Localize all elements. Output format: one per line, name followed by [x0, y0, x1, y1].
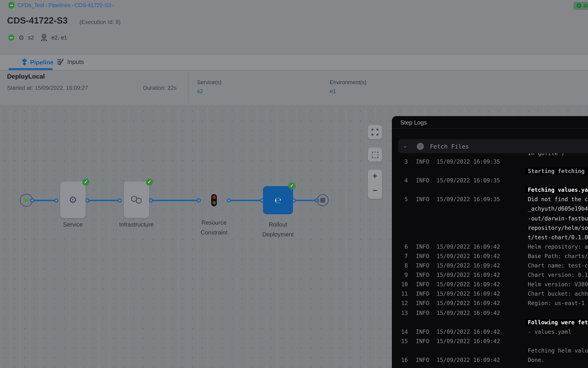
log-timestamp: 15/09/2022 16:09:42 — [436, 357, 500, 363]
log-line-number: 6 — [394, 243, 408, 250]
log-row: Fetching values.yaml from helm chart rep… — [392, 185, 588, 195]
environments-label: Environment(s) — [330, 79, 366, 85]
edge — [89, 200, 120, 201]
log-row: -out/darwin-fastbuild/bin/260-delegate/e… — [392, 214, 588, 223]
tab-pipeline-label: Pipeline — [30, 58, 54, 65]
log-timestamp: 15/09/2022 16:09:42 — [436, 310, 500, 316]
step-logs-title: Step Logs — [400, 119, 427, 126]
log-level: INFO — [416, 328, 429, 335]
log-message: Done. — [528, 357, 544, 363]
log-message: Region: us-east-1 — [528, 300, 585, 307]
log-row: 14INFO15/09/2022 16:09:42- values.yaml — [392, 327, 588, 336]
step-section-fetch-files[interactable]: ⌄ ✓ Fetch Files ↑↓ 9s — [398, 139, 588, 153]
helm-icon: ℮ — [275, 195, 281, 205]
log-row: 5INFO15/09/2022 16:09:35Did not find the… — [392, 195, 588, 204]
stage-duration: Duration: 22s — [143, 85, 177, 91]
service-gear-icon: ⚙ — [18, 34, 24, 41]
log-message: Did not find the chart and version in lo… — [528, 196, 588, 203]
connector-port — [118, 198, 122, 202]
log-level: INFO — [416, 291, 429, 297]
log-line-number: 3 — [394, 158, 408, 165]
chevron-down-icon[interactable]: ⌄ — [404, 142, 407, 148]
log-line-number: 5 — [394, 196, 408, 203]
tab-bar: Pipeline Inputs Console View — [0, 54, 588, 71]
breadcrumb-item[interactable]: CFDs_Test — [17, 2, 44, 8]
log-line-number: 4 — [394, 177, 408, 184]
log-level: INFO — [416, 357, 429, 363]
cd-module-icon: ∞ — [8, 34, 15, 41]
log-line-number: 13 — [394, 310, 408, 316]
log-level: INFO — [416, 310, 429, 316]
harness-logo-icon: ∞ — [8, 1, 15, 9]
node-infrastructure[interactable] — [124, 181, 149, 218]
status-badge: ✓ SUCCESS — [574, 2, 588, 10]
log-row: 13INFO15/09/2022 16:09:42 — [392, 308, 588, 317]
log-timestamp: 15/09/2022 16:09:42 — [436, 291, 500, 297]
log-level: INFO — [416, 272, 429, 278]
log-row: Following were fetched successfully : — [392, 317, 588, 327]
infrastructure-icon — [131, 195, 142, 204]
play-icon — [25, 197, 29, 203]
node-label-service: Service — [63, 221, 83, 228]
log-level: INFO — [416, 196, 429, 203]
edge — [34, 200, 56, 201]
success-check-icon: ✓ — [577, 3, 581, 8]
log-message: Following were fetched successfully : — [525, 319, 588, 325]
log-message: - values.yaml — [528, 328, 571, 335]
node-service[interactable]: ⚙ — [60, 181, 85, 218]
pipeline-icon — [22, 58, 27, 66]
zoom-out-button[interactable]: − — [368, 186, 382, 195]
log-row: 9INFO15/09/2022 16:09:42Chart version: 0… — [392, 270, 588, 280]
environments-value-link[interactable]: e1 — [330, 88, 336, 94]
node-label-rollout: Rollout — [269, 221, 287, 228]
log-timestamp: 15/09/2022 16:09:42 — [436, 262, 500, 269]
log-message: Chart bucket: achhelmbucket — [528, 291, 588, 297]
connector-port — [227, 198, 231, 202]
service-tag[interactable]: s2 — [28, 34, 34, 41]
log-message: Base Path: charts/ — [528, 253, 588, 259]
log-row: 15INFO15/09/2022 16:09:42 — [392, 336, 588, 346]
canvas-selection-button[interactable] — [368, 147, 382, 162]
services-value-link[interactable]: s2 — [197, 88, 203, 94]
log-timestamp: 15/09/2022 16:09:42 — [436, 281, 500, 288]
log-line-number: 10 — [394, 281, 408, 288]
end-node — [317, 194, 329, 206]
service-gear-icon: ⚙ — [69, 194, 77, 205]
selection-icon — [372, 152, 378, 158]
log-message: Helm repository: aws-qa-setup-modified — [528, 243, 588, 250]
log-message: Starting fetching Helm values — [525, 168, 588, 174]
breadcrumb-item[interactable]: CDS-41722-S3 — [75, 2, 111, 8]
log-level: INFO — [416, 243, 429, 250]
log-message: _achyuth/d605e19b46448ceaacb01fb4c19633a… — [528, 206, 588, 212]
connector-port — [85, 198, 89, 202]
log-level: INFO — [416, 281, 429, 288]
log-line-number: 8 — [394, 262, 408, 269]
zoom-in-button[interactable]: + — [368, 172, 382, 181]
node-rollout-deployment[interactable]: ℮ — [263, 186, 293, 214]
clipped-log-line: in gofile ) — [528, 153, 565, 157]
tab-inputs[interactable]: Inputs — [57, 58, 84, 65]
environment-tag[interactable]: e2, e1 — [51, 34, 67, 41]
log-level: INFO — [416, 262, 429, 269]
log-message: repository/helm/source/93602db7-89f2-317… — [528, 225, 588, 231]
step-logs-header: Step Logs Console View — [392, 116, 588, 129]
log-line-number: 11 — [394, 291, 408, 297]
node-label-infrastructure: Infrastructure — [119, 221, 154, 228]
log-timestamp: 15/09/2022 16:09:42 — [436, 272, 500, 278]
node-resource-constraint[interactable] — [211, 194, 217, 206]
log-timestamp: 15/09/2022 16:09:42 — [436, 328, 500, 335]
log-timestamp: 15/09/2022 16:09:42 — [436, 338, 500, 344]
header-actions: ✓ SUCCESS Start time 15/09/2022 16:09:26… — [574, 1, 588, 10]
log-row: 8INFO15/09/2022 16:09:42Chart name: test… — [392, 261, 588, 270]
log-timestamp: 15/09/2022 16:09:35 — [436, 158, 500, 165]
log-message: t/test-chart/0.1.0 — [528, 234, 588, 240]
step-logs-panel: Step Logs Console View ⌄ ✓ Fetch Files ↑… — [392, 116, 588, 368]
tab-pipeline[interactable]: Pipeline — [22, 58, 54, 66]
status-badge-label: SUCCESS — [583, 3, 588, 8]
log-message: Helm version: V380 — [528, 281, 588, 288]
breadcrumb-item[interactable]: Pipelines — [48, 2, 70, 8]
stage-info-bar: DeployLocal Started at: 15/09/2022, 16:0… — [0, 71, 588, 106]
success-check-icon: ✓ — [288, 182, 295, 189]
log-level: INFO — [416, 338, 429, 344]
canvas-fullscreen-button[interactable] — [368, 125, 382, 139]
